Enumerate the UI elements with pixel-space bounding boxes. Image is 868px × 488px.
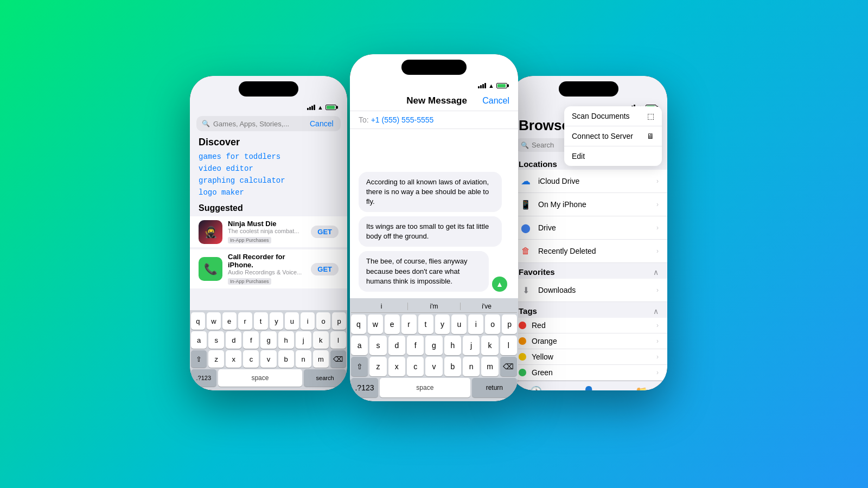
app-suggestion-recorder[interactable]: 📞 Call Recorder for iPhone. Audio Record…	[190, 249, 347, 288]
key-a-c[interactable]: a	[351, 336, 368, 355]
key-u[interactable]: u	[285, 312, 299, 330]
key-m[interactable]: m	[313, 350, 329, 368]
location-icloud[interactable]: ☁ iCloud Drive ›	[510, 170, 667, 193]
key-i-c[interactable]: i	[468, 314, 483, 334]
location-downloads[interactable]: ⬇ Downloads ›	[510, 279, 667, 302]
key-o[interactable]: o	[316, 312, 330, 330]
suggestion-i[interactable]: i	[355, 303, 408, 310]
key-g[interactable]: g	[260, 331, 276, 349]
key-k-c[interactable]: k	[481, 336, 498, 355]
tag-orange[interactable]: Orange ›	[510, 333, 667, 349]
appstore-search-bar[interactable]: 🔍 Cancel	[196, 116, 341, 131]
location-drive[interactable]: ⬤ Drive ›	[510, 216, 667, 240]
key-return-center[interactable]: return	[472, 378, 517, 397]
key-l-c[interactable]: l	[500, 336, 517, 355]
tag-yellow[interactable]: Yellow ›	[510, 349, 667, 365]
key-s[interactable]: s	[208, 331, 224, 349]
key-d[interactable]: d	[226, 331, 241, 349]
key-v-c[interactable]: v	[425, 357, 442, 376]
key-t-c[interactable]: t	[418, 314, 433, 334]
key-m-c[interactable]: m	[481, 357, 498, 376]
key-e[interactable]: e	[222, 312, 237, 330]
key-shift-center[interactable]: ⇧	[351, 357, 368, 376]
tags-toggle-icon[interactable]: ∧	[653, 307, 659, 316]
key-w[interactable]: w	[207, 312, 221, 330]
key-h[interactable]: h	[278, 331, 294, 349]
key-q-c[interactable]: q	[351, 314, 366, 334]
tab-browse[interactable]: 📁 Browse	[615, 383, 667, 390]
key-space-center[interactable]: space	[380, 378, 470, 397]
key-x-c[interactable]: x	[388, 357, 405, 376]
key-p-c[interactable]: p	[502, 314, 517, 334]
message-to-field[interactable]: To: +1 (555) 555-5555	[350, 111, 518, 129]
favorites-toggle-icon[interactable]: ∧	[653, 268, 659, 277]
menu-connect-server[interactable]: Connect to Server 🖥	[564, 126, 662, 146]
send-button[interactable]: ▲	[492, 277, 507, 292]
key-b-c[interactable]: b	[444, 357, 461, 376]
key-j[interactable]: j	[296, 331, 311, 349]
key-delete-center[interactable]: ⌫	[500, 357, 517, 376]
key-c-c[interactable]: c	[407, 357, 424, 376]
key-t[interactable]: t	[254, 312, 268, 330]
key-r[interactable]: r	[238, 312, 252, 330]
location-iphone[interactable]: 📱 On My iPhone ›	[510, 193, 667, 216]
key-i[interactable]: i	[301, 312, 315, 330]
key-search-left[interactable]: search	[304, 369, 346, 387]
key-b[interactable]: b	[278, 350, 294, 368]
key-q[interactable]: q	[191, 312, 205, 330]
key-num-center[interactable]: .?123	[351, 378, 378, 397]
suggestion-video[interactable]: video editor	[199, 164, 339, 173]
key-v[interactable]: v	[260, 350, 276, 368]
suggestion-graphing[interactable]: graphing calculator	[199, 176, 339, 185]
get-button-recorder[interactable]: GET	[311, 263, 339, 275]
key-a[interactable]: a	[191, 331, 207, 349]
appstore-cancel-button[interactable]: Cancel	[308, 119, 336, 128]
key-z[interactable]: z	[208, 350, 224, 368]
key-n[interactable]: n	[296, 350, 311, 368]
key-w-c[interactable]: w	[368, 314, 383, 334]
tab-shared[interactable]: 👤 Shared	[563, 383, 615, 390]
search-input-left[interactable]	[213, 120, 304, 128]
key-d-c[interactable]: d	[388, 336, 405, 355]
key-shift-left[interactable]: ⇧	[191, 350, 207, 368]
key-f-c[interactable]: f	[407, 336, 424, 355]
suggestion-games[interactable]: games for toddlers	[199, 152, 339, 161]
key-k[interactable]: k	[313, 331, 329, 349]
key-u-c[interactable]: u	[451, 314, 467, 334]
suggestion-ive[interactable]: i've	[461, 303, 513, 310]
key-j-c[interactable]: j	[463, 336, 480, 355]
appstore-screen: ▲ 🔍 Cancel Discover games for toddlers v…	[190, 76, 347, 390]
key-delete-left[interactable]: ⌫	[330, 350, 346, 368]
key-p[interactable]: p	[332, 312, 346, 330]
tag-red[interactable]: Red ›	[510, 318, 667, 333]
key-e-c[interactable]: e	[385, 314, 400, 334]
key-s-c[interactable]: s	[369, 336, 386, 355]
key-z-c[interactable]: z	[369, 357, 386, 376]
key-l[interactable]: l	[330, 331, 346, 349]
app-tag-recorder: In-App Purchases	[228, 278, 271, 285]
key-space-left[interactable]: space	[218, 369, 303, 387]
wifi-icon: ▲	[317, 104, 323, 111]
tab-recents[interactable]: 🕐 Recents	[510, 383, 563, 390]
key-h-c[interactable]: h	[444, 336, 461, 355]
key-g-c[interactable]: g	[425, 336, 442, 355]
key-f[interactable]: f	[243, 331, 259, 349]
key-n-c[interactable]: n	[463, 357, 480, 376]
key-y-c[interactable]: y	[435, 314, 450, 334]
key-c[interactable]: c	[243, 350, 259, 368]
status-bar-left: ▲	[190, 100, 347, 113]
key-num-left[interactable]: .?123	[191, 369, 216, 387]
message-cancel-button[interactable]: Cancel	[482, 96, 509, 106]
key-x[interactable]: x	[226, 350, 241, 368]
get-button-ninja[interactable]: GET	[311, 226, 339, 238]
menu-edit[interactable]: Edit	[564, 146, 662, 166]
menu-scan-documents[interactable]: Scan Documents ⬚	[564, 106, 662, 126]
tag-green[interactable]: Green ›	[510, 365, 667, 381]
suggestion-im[interactable]: i'm	[408, 303, 461, 310]
suggestion-logo[interactable]: logo maker	[199, 188, 339, 197]
location-recently-deleted[interactable]: 🗑 Recently Deleted ›	[510, 240, 667, 263]
key-y[interactable]: y	[270, 312, 284, 330]
key-o-c[interactable]: o	[485, 314, 500, 334]
key-r-c[interactable]: r	[401, 314, 417, 334]
app-suggestion-ninja[interactable]: 🥷 Ninja Must Die The coolest ninja comba…	[190, 216, 347, 247]
